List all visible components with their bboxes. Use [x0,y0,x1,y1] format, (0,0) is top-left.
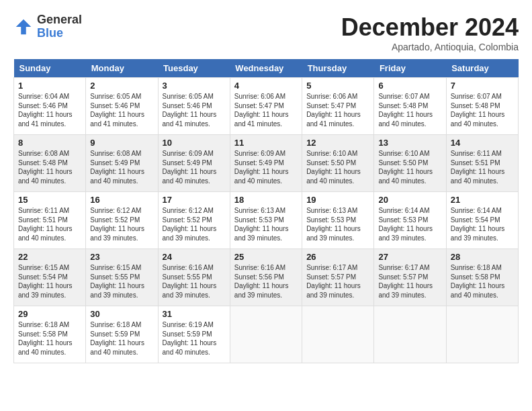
table-row: 6 Sunrise: 6:07 AM Sunset: 5:48 PM Dayli… [374,78,446,135]
day-daylight: Daylight: 11 hours and 40 minutes. [378,168,433,185]
calendar-table: Sunday Monday Tuesday Wednesday Thursday… [13,59,519,363]
table-row: 18 Sunrise: 6:13 AM Sunset: 5:53 PM Dayl… [230,192,302,249]
day-daylight: Daylight: 11 hours and 41 minutes. [163,111,217,128]
day-daylight: Daylight: 11 hours and 41 minutes. [90,111,144,128]
day-sunset: Sunset: 5:47 PM [306,102,356,109]
day-sunset: Sunset: 5:52 PM [90,216,140,224]
day-number: 23 [90,252,153,262]
day-sunrise: Sunrise: 6:13 AM [234,207,285,214]
logo-icon [13,17,34,37]
day-sunrise: Sunrise: 6:14 AM [451,207,502,214]
table-row [446,306,518,363]
day-sunrise: Sunrise: 6:17 AM [306,264,357,271]
day-sunrise: Sunrise: 6:08 AM [90,150,141,157]
col-thursday: Thursday [302,59,374,78]
table-row: 10 Sunrise: 6:09 AM Sunset: 5:49 PM Dayl… [158,135,230,192]
day-sunrise: Sunrise: 6:19 AM [163,321,214,328]
page-header: General Blue December 2024 Apartado, Ant… [13,13,519,52]
day-daylight: Daylight: 11 hours and 40 minutes. [90,168,144,185]
day-sunset: Sunset: 5:54 PM [451,216,500,224]
table-row: 27 Sunrise: 6:17 AM Sunset: 5:57 PM Dayl… [374,249,446,306]
day-sunset: Sunset: 5:53 PM [378,216,428,224]
day-sunrise: Sunrise: 6:06 AM [306,93,357,100]
table-row: 12 Sunrise: 6:10 AM Sunset: 5:50 PM Dayl… [302,135,374,192]
day-sunrise: Sunrise: 6:04 AM [18,93,69,100]
day-sunrise: Sunrise: 6:12 AM [90,207,141,214]
day-sunset: Sunset: 5:56 PM [234,273,284,281]
day-daylight: Daylight: 11 hours and 39 minutes. [451,225,505,242]
day-sunrise: Sunrise: 6:10 AM [378,150,429,157]
day-sunrise: Sunrise: 6:07 AM [378,93,429,100]
day-number: 11 [234,138,298,148]
logo-text: General Blue [37,13,82,40]
day-sunset: Sunset: 5:46 PM [18,102,68,109]
day-number: 9 [90,138,153,148]
table-row: 2 Sunrise: 6:05 AM Sunset: 5:46 PM Dayli… [86,78,158,135]
table-row: 20 Sunrise: 6:14 AM Sunset: 5:53 PM Dayl… [374,192,446,249]
day-sunrise: Sunrise: 6:06 AM [234,93,285,100]
day-sunset: Sunset: 5:53 PM [306,216,356,224]
day-sunset: Sunset: 5:57 PM [378,273,428,281]
day-number: 17 [163,195,226,205]
day-sunrise: Sunrise: 6:18 AM [18,321,69,328]
table-row [374,306,446,363]
calendar-row: 8 Sunrise: 6:08 AM Sunset: 5:48 PM Dayli… [14,135,519,192]
day-sunset: Sunset: 5:46 PM [90,102,140,109]
day-sunrise: Sunrise: 6:17 AM [378,264,429,271]
day-daylight: Daylight: 11 hours and 40 minutes. [18,168,73,185]
day-daylight: Daylight: 11 hours and 40 minutes. [451,111,505,128]
day-sunrise: Sunrise: 6:09 AM [234,150,285,157]
day-number: 5 [306,81,369,91]
day-sunrise: Sunrise: 6:13 AM [306,207,357,214]
day-number: 3 [163,81,226,91]
day-sunrise: Sunrise: 6:15 AM [90,264,141,271]
table-row: 22 Sunrise: 6:15 AM Sunset: 5:54 PM Dayl… [14,249,86,306]
day-sunrise: Sunrise: 6:18 AM [90,321,141,328]
table-row: 25 Sunrise: 6:16 AM Sunset: 5:56 PM Dayl… [230,249,302,306]
table-row: 29 Sunrise: 6:18 AM Sunset: 5:58 PM Dayl… [14,306,86,363]
day-sunrise: Sunrise: 6:08 AM [18,150,69,157]
day-sunset: Sunset: 5:48 PM [451,102,500,109]
table-row: 7 Sunrise: 6:07 AM Sunset: 5:48 PM Dayli… [446,78,518,135]
table-row [230,306,302,363]
day-number: 24 [163,252,226,262]
day-sunrise: Sunrise: 6:15 AM [18,264,69,271]
table-row: 24 Sunrise: 6:16 AM Sunset: 5:55 PM Dayl… [158,249,230,306]
day-sunset: Sunset: 5:55 PM [163,273,212,281]
day-daylight: Daylight: 11 hours and 39 minutes. [18,282,73,299]
day-sunrise: Sunrise: 6:09 AM [163,150,214,157]
day-daylight: Daylight: 11 hours and 40 minutes. [378,111,433,128]
table-row: 26 Sunrise: 6:17 AM Sunset: 5:57 PM Dayl… [302,249,374,306]
page-container: General Blue December 2024 Apartado, Ant… [13,13,519,363]
day-sunset: Sunset: 5:49 PM [234,159,284,167]
day-daylight: Daylight: 11 hours and 40 minutes. [90,339,144,356]
day-sunrise: Sunrise: 6:18 AM [451,264,502,271]
day-number: 12 [306,138,369,148]
table-row: 9 Sunrise: 6:08 AM Sunset: 5:49 PM Dayli… [86,135,158,192]
day-sunset: Sunset: 5:59 PM [90,330,140,338]
day-number: 7 [451,81,514,91]
col-monday: Monday [86,59,158,78]
day-sunset: Sunset: 5:49 PM [90,159,140,167]
day-sunset: Sunset: 5:48 PM [18,159,68,167]
logo: General Blue [13,13,82,40]
logo-general-text: General [37,13,82,27]
svg-marker-0 [16,19,32,35]
day-number: 20 [378,195,441,205]
day-sunrise: Sunrise: 6:05 AM [90,93,141,100]
day-sunset: Sunset: 5:50 PM [378,159,428,167]
day-sunset: Sunset: 5:53 PM [234,216,284,224]
day-daylight: Daylight: 11 hours and 39 minutes. [378,282,433,299]
day-number: 29 [18,309,81,319]
day-number: 19 [306,195,369,205]
day-sunrise: Sunrise: 6:11 AM [18,207,69,214]
day-number: 18 [234,195,298,205]
day-daylight: Daylight: 11 hours and 39 minutes. [163,282,217,299]
day-number: 1 [18,81,81,91]
col-friday: Friday [374,59,446,78]
day-daylight: Daylight: 11 hours and 40 minutes. [18,225,73,242]
day-number: 8 [18,138,81,148]
day-sunset: Sunset: 5:51 PM [18,216,68,224]
day-daylight: Daylight: 11 hours and 41 minutes. [234,111,289,128]
day-number: 27 [378,252,441,262]
